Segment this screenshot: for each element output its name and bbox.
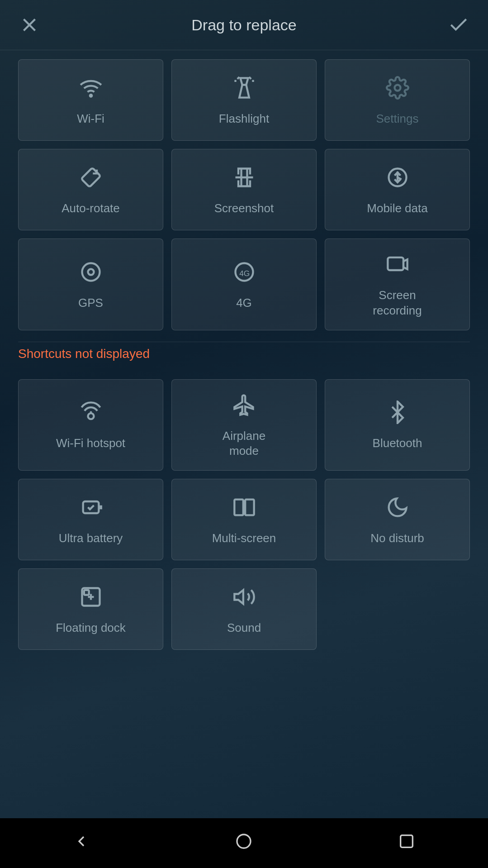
section-divider: [18, 342, 470, 342]
svg-point-8: [394, 85, 400, 91]
not-displayed-tiles-section: Wi-Fi hotspot Airplanemode Bluetooth: [0, 370, 488, 659]
no-disturb-icon: [386, 496, 409, 523]
svg-point-15: [82, 263, 99, 281]
wifi-hotspot-icon: [79, 401, 103, 428]
ultra-battery-icon: [79, 496, 103, 523]
tile-gps[interactable]: GPS: [18, 238, 163, 330]
tile-mobile-data[interactable]: Mobile data: [325, 149, 470, 230]
screen-recording-icon: [386, 253, 409, 280]
tile-auto-rotate[interactable]: Auto-rotate: [18, 149, 163, 230]
svg-point-2: [90, 95, 91, 96]
wifi-icon: [79, 76, 103, 103]
sound-icon: [232, 585, 256, 612]
page-title: Drag to replace: [191, 16, 296, 34]
gps-icon: [79, 260, 103, 287]
tile-sound-label: Sound: [227, 620, 261, 636]
tile-no-disturb-label: No disturb: [370, 531, 424, 546]
tile-wifi-hotspot[interactable]: Wi-Fi hotspot: [18, 379, 163, 471]
tile-ultra-battery[interactable]: Ultra battery: [18, 479, 163, 560]
tile-floating-dock[interactable]: Floating dock: [18, 568, 163, 650]
bottom-nav: [0, 818, 488, 868]
not-displayed-grid: Wi-Fi hotspot Airplanemode Bluetooth: [18, 379, 470, 650]
mobile-data-icon: [386, 166, 409, 193]
tile-settings[interactable]: Settings: [325, 59, 470, 141]
tile-gps-label: GPS: [78, 296, 103, 311]
svg-line-5: [249, 77, 251, 79]
recents-button[interactable]: [398, 832, 416, 854]
displayed-tiles-section: Wi-Fi Flashlight: [0, 50, 488, 339]
tile-flashlight-label: Flashlight: [219, 111, 269, 127]
svg-point-16: [88, 269, 94, 275]
tile-multi-screen-label: Multi-screen: [212, 531, 276, 546]
tile-screen-recording-label: Screenrecording: [373, 288, 422, 319]
tile-airplane-label: Airplanemode: [223, 429, 265, 459]
svg-rect-24: [234, 499, 243, 515]
svg-point-29: [237, 835, 251, 848]
svg-rect-25: [245, 499, 254, 515]
tile-floating-dock-label: Floating dock: [56, 620, 126, 636]
svg-text:4G: 4G: [239, 269, 250, 278]
header: Drag to replace: [0, 0, 488, 50]
tile-screenshot-label: Screenshot: [214, 201, 274, 216]
close-icon: [18, 13, 41, 37]
tile-flashlight[interactable]: Flashlight: [171, 59, 317, 141]
tile-wifi-label: Wi-Fi: [77, 111, 104, 127]
confirm-icon: [447, 13, 470, 37]
tile-multi-screen[interactable]: Multi-screen: [171, 479, 317, 560]
flashlight-icon: [232, 76, 256, 103]
tile-4g[interactable]: 4G 4G: [171, 238, 317, 330]
tile-screen-recording[interactable]: Screenrecording: [325, 238, 470, 330]
bluetooth-icon: [386, 401, 409, 428]
home-button[interactable]: [235, 832, 253, 854]
multi-screen-icon: [232, 496, 256, 523]
svg-marker-20: [403, 259, 407, 269]
svg-line-4: [237, 77, 239, 79]
floating-dock-icon: [79, 585, 103, 612]
svg-point-21: [88, 414, 94, 420]
tile-screenshot[interactable]: Screenshot: [171, 149, 317, 230]
tile-airplane[interactable]: Airplanemode: [171, 379, 317, 471]
svg-rect-19: [388, 258, 403, 270]
tile-wifi[interactable]: Wi-Fi: [18, 59, 163, 141]
close-button[interactable]: [18, 14, 41, 36]
airplane-icon: [232, 393, 256, 420]
4g-icon: 4G: [232, 260, 256, 287]
tile-auto-rotate-label: Auto-rotate: [62, 201, 120, 216]
auto-rotate-icon: [79, 166, 103, 193]
screenshot-icon: [232, 166, 256, 193]
svg-rect-30: [401, 835, 413, 847]
tile-settings-label: Settings: [376, 111, 419, 127]
settings-icon: [386, 76, 409, 103]
not-displayed-label: Shortcuts not displayed: [0, 347, 488, 361]
confirm-button[interactable]: [447, 14, 470, 36]
tile-sound[interactable]: Sound: [171, 568, 317, 650]
svg-rect-27: [84, 590, 89, 595]
displayed-grid: Wi-Fi Flashlight: [18, 59, 470, 330]
back-button[interactable]: [72, 832, 90, 854]
tile-wifi-hotspot-label: Wi-Fi hotspot: [56, 436, 125, 451]
tile-bluetooth[interactable]: Bluetooth: [325, 379, 470, 471]
svg-marker-28: [234, 590, 243, 604]
tile-bluetooth-label: Bluetooth: [373, 436, 422, 451]
tile-no-disturb[interactable]: No disturb: [325, 479, 470, 560]
tile-ultra-battery-label: Ultra battery: [59, 531, 123, 546]
tile-4g-label: 4G: [236, 296, 252, 311]
tile-mobile-data-label: Mobile data: [367, 201, 427, 216]
